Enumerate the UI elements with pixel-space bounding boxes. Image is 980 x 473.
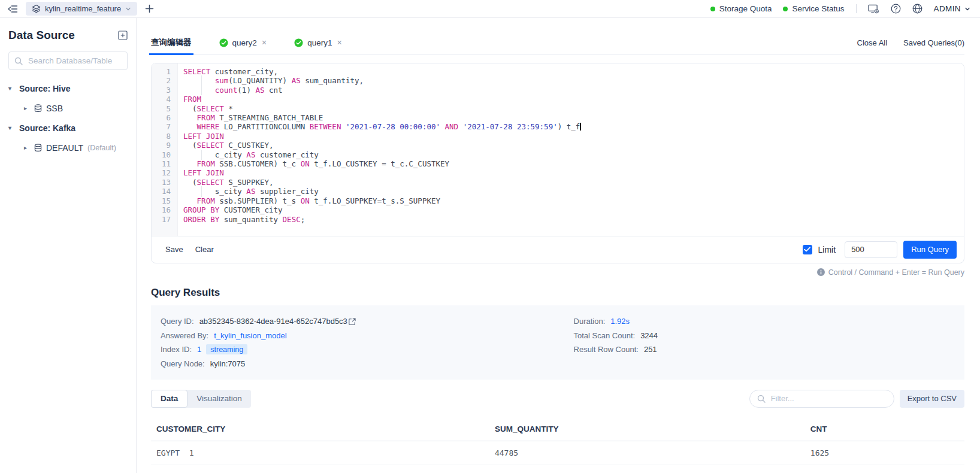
clear-button[interactable]: Clear [195, 245, 214, 254]
filter-box[interactable] [749, 390, 894, 408]
query-results-title: Query Results [151, 287, 964, 299]
tree-database-item[interactable]: ▸SSB [8, 98, 128, 118]
line-number: 6 [152, 113, 171, 122]
limit-input[interactable] [845, 241, 897, 258]
close-tab-icon[interactable]: × [262, 38, 267, 47]
tree-source-item[interactable]: ▾Source: Kafka [8, 118, 128, 138]
database-icon [34, 104, 42, 112]
line-number: 3 [152, 86, 171, 95]
results-controls: DataVisualization Export to CSV [151, 390, 964, 408]
view-tab-visualization[interactable]: Visualization [187, 390, 251, 408]
storage-quota-status[interactable]: Storage Quota [710, 4, 772, 13]
database-icon [34, 144, 42, 151]
view-tab-data[interactable]: Data [151, 390, 187, 408]
export-csv-button[interactable]: Export to CSV [900, 390, 964, 408]
run-query-button[interactable]: Run Query [903, 241, 957, 259]
tab-query2[interactable]: query2× [219, 31, 267, 54]
code-token [183, 86, 215, 95]
saved-queries-button[interactable]: Saved Queries(0) [903, 38, 964, 47]
code-line: SELECT customer_city, [183, 67, 964, 76]
code-line: count(1) AS cnt [183, 86, 964, 95]
meta-row: Index ID:1streaming [161, 342, 574, 357]
meta-value: ab352345-8362-4dea-91e4-652c747bd5c3 [199, 317, 347, 326]
code-token: AS [246, 150, 255, 159]
collapse-sidebar-icon[interactable] [7, 5, 18, 13]
help-icon[interactable] [891, 4, 901, 14]
code-token: (1) [237, 86, 255, 95]
code-token: c_city [183, 150, 246, 159]
code-token: (LO_QUANTITY) [228, 76, 291, 85]
service-status-label: Service Status [792, 4, 844, 13]
code-token [458, 122, 463, 131]
search-input[interactable] [27, 56, 122, 66]
close-tab-icon[interactable]: × [337, 38, 342, 47]
code-token: t_f.LO_SUPPKEY=t_s.S_SUPPKEY [310, 196, 440, 205]
column-header[interactable]: CNT [805, 417, 964, 441]
code-token: customer_city, [210, 67, 278, 76]
code-token: s_city [183, 187, 246, 196]
meta-row: Answered By:t_kylin_fusion_model [161, 328, 574, 342]
user-label: ADMIN [934, 4, 961, 13]
line-number: 5 [152, 104, 171, 113]
filter-input[interactable] [770, 393, 887, 404]
limit-checkbox[interactable] [803, 245, 812, 254]
code-token: ON [301, 159, 310, 168]
tree-database-item[interactable]: ▸DEFAULT(Default) [8, 138, 128, 157]
meta-label: Duration: [574, 317, 606, 326]
column-header[interactable]: CUSTOMER_CITY [151, 417, 489, 441]
code-token: CUSTOMER_city [219, 205, 282, 214]
code-line: (SELECT C_CUSTKEY, [183, 141, 964, 150]
meta-value[interactable]: 1.92s [610, 317, 630, 326]
code-token: BETWEEN [310, 122, 341, 131]
code-line: sum(LO_QUANTITY) AS sum_quantity, [183, 76, 964, 85]
table-cell: EGYPT 1 [151, 441, 489, 465]
storage-quota-label: Storage Quota [719, 4, 772, 13]
tab-query-editor[interactable]: 查询编辑器 [151, 31, 192, 54]
tree-source-item[interactable]: ▾Source: Hive [8, 78, 128, 98]
code-token: T_STREAMING_BATCH_TABLE [215, 113, 323, 122]
indent-guide-line [201, 150, 202, 160]
line-number: 17 [152, 215, 171, 224]
code-token: sum_quantity [219, 215, 282, 224]
meta-row: Query ID:ab352345-8362-4dea-91e4-652c747… [161, 314, 574, 329]
code-token: SELECT [183, 67, 210, 76]
code-token: t_f.LO_CUSTKEY = t_c.C_CUSTKEY [310, 159, 449, 168]
sql-code-editor[interactable]: 1234567891011121314151617 SELECT custome… [152, 63, 964, 236]
code-token: ssb.SUPPLIER) t_s [215, 196, 301, 205]
line-number: 1 [152, 67, 171, 76]
user-menu[interactable]: ADMIN [934, 4, 971, 13]
add-datasource-icon[interactable] [118, 31, 128, 40]
green-dot-icon [710, 7, 715, 11]
code-token: S_SUPPKEY, [224, 178, 274, 187]
main-content: 查询编辑器 query2×query1× Close All Saved Que… [137, 18, 980, 473]
code-token [183, 159, 197, 168]
meta-value: 3244 [640, 331, 658, 340]
code-token: LO_PARTITIONCOLUMN [219, 122, 310, 131]
meta-value[interactable]: t_kylin_fusion_model [214, 331, 286, 340]
line-numbers: 1234567891011121314151617 [152, 63, 178, 236]
close-all-button[interactable]: Close All [857, 38, 888, 47]
meta-value[interactable]: 1 [197, 345, 201, 354]
search-icon [14, 57, 23, 65]
streaming-badge: streaming [206, 344, 247, 354]
line-number: 13 [152, 178, 171, 187]
add-tab-icon[interactable] [145, 4, 154, 13]
external-link-icon[interactable] [349, 318, 356, 325]
column-header[interactable]: SUM_QUANTITY [489, 417, 805, 441]
code-token [183, 196, 197, 205]
diagnostics-icon[interactable] [868, 4, 879, 14]
tab-query1[interactable]: query1× [294, 31, 342, 54]
service-status[interactable]: Service Status [783, 4, 844, 13]
project-selector[interactable]: kylin_realtime_feature [26, 2, 137, 16]
kylin-app: kylin_realtime_feature Storage Quota Ser… [0, 0, 980, 473]
code-token: ON [301, 196, 310, 205]
save-button[interactable]: Save [165, 245, 183, 254]
globe-icon[interactable] [912, 4, 922, 14]
code-token: GROUP BY [183, 205, 219, 214]
code-token [341, 122, 346, 131]
line-number: 14 [152, 187, 171, 196]
code-token: AS [246, 187, 255, 196]
meta-label: Answered By: [161, 331, 208, 340]
code-line: GROUP BY CUSTOMER_city [183, 205, 964, 214]
datasource-search[interactable] [8, 51, 128, 70]
